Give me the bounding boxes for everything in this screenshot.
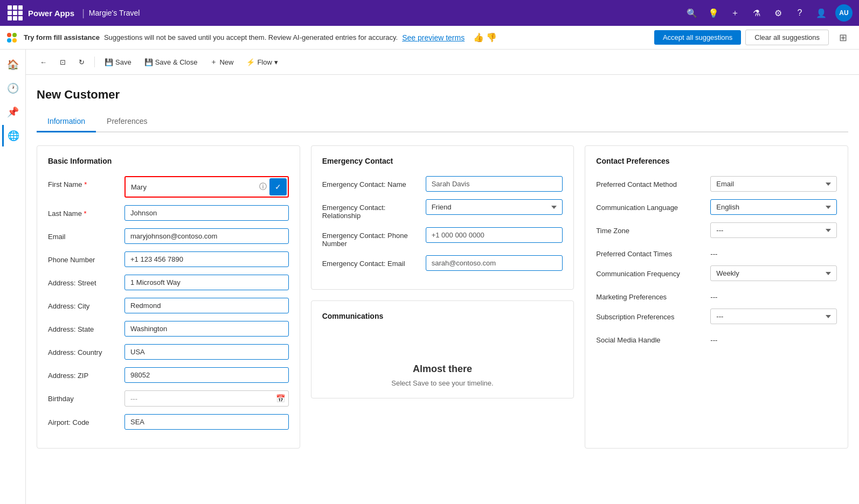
ec-email-input[interactable] xyxy=(426,255,563,271)
cp-frequency-input-wrap: Weekly Daily Monthly Never xyxy=(710,265,837,281)
zip-input-wrap xyxy=(124,367,289,383)
tab-information[interactable]: Information xyxy=(37,113,96,132)
sidebar-globe-icon[interactable]: 🌐 xyxy=(2,125,24,146)
birthday-field-container: 📅 xyxy=(124,390,289,407)
ec-name-input[interactable] xyxy=(426,176,563,192)
tabs: Information Preferences xyxy=(37,113,848,132)
email-row: Email xyxy=(48,228,289,244)
sidebar-pin-icon[interactable]: 📌 xyxy=(2,101,24,123)
flow-label: Flow xyxy=(257,58,272,66)
flow-icon: ⚡ xyxy=(246,58,255,66)
tab-preferences-label: Preferences xyxy=(107,117,147,125)
basic-info-section: Basic Information First Name * ⓘ ✓ xyxy=(37,145,300,449)
sections-grid: Basic Information First Name * ⓘ ✓ xyxy=(37,145,848,449)
last-name-row: Last Name * xyxy=(48,205,289,221)
calendar-icon[interactable]: 📅 xyxy=(273,391,288,406)
ec-phone-label: Emergency Contact: Phone Number xyxy=(322,227,419,248)
country-input[interactable] xyxy=(124,344,289,360)
cp-language-input-wrap: English Spanish French German xyxy=(710,199,837,215)
avatar[interactable]: AU xyxy=(835,4,853,22)
persona-icon[interactable]: 👤 xyxy=(812,3,831,23)
email-input[interactable] xyxy=(124,228,289,244)
cp-language-select[interactable]: English Spanish French German xyxy=(710,199,837,215)
restore-button[interactable]: ⊡ xyxy=(54,55,71,69)
airport-input[interactable] xyxy=(124,414,289,430)
birthday-input-wrap: 📅 xyxy=(124,390,289,407)
ec-relationship-select[interactable]: Friend Family Colleague Other xyxy=(426,199,563,215)
first-name-field-container: ⓘ ✓ xyxy=(124,176,289,198)
email-label: Email xyxy=(48,228,118,241)
city-input[interactable] xyxy=(124,298,289,313)
info-icon[interactable]: ⓘ xyxy=(258,181,268,192)
ec-phone-input[interactable] xyxy=(426,227,563,243)
birthday-input[interactable] xyxy=(125,391,273,406)
zip-row: Address: ZIP xyxy=(48,367,289,383)
sidebar-toggle-icon[interactable]: ⊞ xyxy=(833,28,853,47)
main-content: ← ⊡ ↻ 💾 Save 💾 Save & Close ＋ New ⚡ Flow… xyxy=(26,50,859,504)
svg-point-3 xyxy=(12,38,17,43)
sidebar-home-icon[interactable]: 🏠 xyxy=(2,54,24,75)
filter-icon[interactable]: ⚗ xyxy=(747,3,766,23)
app-name: Margie's Travel xyxy=(89,9,140,17)
cp-timezone-input-wrap: --- xyxy=(710,222,837,238)
cp-language-row: Communication Language English Spanish F… xyxy=(596,199,837,215)
new-button[interactable]: ＋ New xyxy=(205,54,239,70)
last-name-input[interactable] xyxy=(124,205,289,221)
airport-input-wrap xyxy=(124,414,289,430)
nav-divider: | xyxy=(82,8,85,19)
ai-description: Suggestions will not be saved until you … xyxy=(104,33,398,41)
cp-method-select[interactable]: Email Phone SMS Mail xyxy=(710,176,837,192)
new-label: New xyxy=(219,58,233,66)
first-name-input[interactable] xyxy=(126,180,258,194)
sidebar-recent-icon[interactable]: 🕐 xyxy=(2,78,24,99)
cp-subscription-row: Subscription Preferences --- xyxy=(596,309,837,324)
nav-icons: 🔍 💡 ＋ ⚗ ⚙ ? 👤 AU xyxy=(682,3,853,23)
accept-all-button[interactable]: Accept all suggestions xyxy=(654,30,741,45)
thumbs-down-icon[interactable]: 👎 xyxy=(486,32,497,43)
ai-logo-icon xyxy=(6,32,17,43)
thumbs-up-icon[interactable]: 👍 xyxy=(473,32,484,43)
refresh-icon: ↻ xyxy=(79,58,85,66)
street-input[interactable] xyxy=(124,275,289,290)
save-label: Save xyxy=(115,58,131,66)
preview-terms-link[interactable]: See preview terms xyxy=(402,33,465,42)
cp-frequency-label: Communication Frequency xyxy=(596,265,704,278)
add-icon[interactable]: ＋ xyxy=(725,3,745,23)
save-close-button[interactable]: 💾 Save & Close xyxy=(139,55,203,69)
feedback-icons: 👍 👎 xyxy=(473,32,497,43)
cp-social-value: --- xyxy=(710,332,837,344)
phone-input[interactable] xyxy=(124,251,289,267)
ec-phone-input-wrap xyxy=(426,227,563,243)
toolbar-separator xyxy=(94,57,95,67)
cp-subscription-select[interactable]: --- xyxy=(710,309,837,324)
cp-times-label: Preferred Contact Times xyxy=(596,246,704,258)
top-nav: Power Apps | Margie's Travel 🔍 💡 ＋ ⚗ ⚙ ?… xyxy=(0,0,859,26)
cp-timezone-select[interactable]: --- xyxy=(710,222,837,238)
zip-input[interactable] xyxy=(124,367,289,383)
save-button[interactable]: 💾 Save xyxy=(99,55,137,69)
cp-timezone-row: Time Zone --- xyxy=(596,222,837,238)
waffle-menu[interactable] xyxy=(6,4,24,22)
state-input[interactable] xyxy=(124,321,289,337)
restore-icon: ⊡ xyxy=(60,58,66,66)
tab-preferences[interactable]: Preferences xyxy=(96,113,158,132)
lightbulb-icon[interactable]: 💡 xyxy=(704,3,723,23)
waffle-icon xyxy=(8,5,23,20)
city-input-wrap xyxy=(124,298,289,313)
clear-all-button[interactable]: Clear all suggestions xyxy=(745,30,829,45)
search-icon[interactable]: 🔍 xyxy=(682,3,702,23)
svg-point-0 xyxy=(7,33,11,37)
cp-times-row: Preferred Contact Times --- xyxy=(596,246,837,258)
app-title: Power Apps xyxy=(28,9,74,18)
ai-suggestions-bar: Try form fill assistance Suggestions wil… xyxy=(0,26,859,50)
cp-frequency-select[interactable]: Weekly Daily Monthly Never xyxy=(710,265,837,281)
flow-button[interactable]: ⚡ Flow ▾ xyxy=(241,55,283,69)
almost-there-text: Select Save to see your timeline. xyxy=(322,379,563,387)
help-icon[interactable]: ? xyxy=(790,3,809,23)
cp-frequency-row: Communication Frequency Weekly Daily Mon… xyxy=(596,265,837,281)
refresh-button[interactable]: ↻ xyxy=(73,55,90,69)
state-row: Address: State xyxy=(48,321,289,337)
first-name-confirm-button[interactable]: ✓ xyxy=(269,178,287,195)
settings-icon[interactable]: ⚙ xyxy=(768,3,788,23)
back-button[interactable]: ← xyxy=(34,55,52,69)
